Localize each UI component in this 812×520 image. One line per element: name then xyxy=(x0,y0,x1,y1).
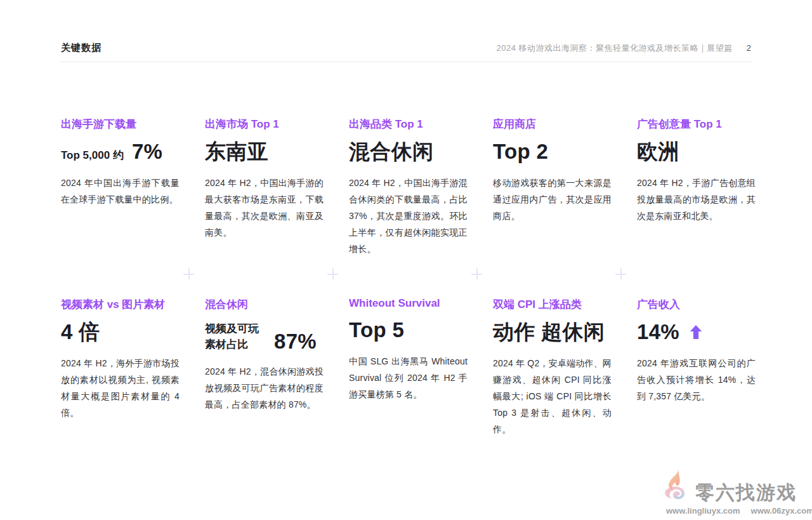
stat-card-downloads: 出海手游下载量 Top 5,000 约 7% 2024 年中国出海手游下载量在全… xyxy=(61,117,180,257)
card-body: 2024 年 H2，海外手游市场投放的素材以视频为主, 视频素材量大概是图片素材… xyxy=(61,355,180,421)
card-headline: Top 5,000 约 7% xyxy=(61,141,180,164)
card-headline: 动作 超休闲 xyxy=(493,321,612,344)
report-subtitle: 2024 移动游戏出海洞察：聚焦轻量化游戏及增长策略｜展望篇 xyxy=(497,43,733,54)
card-body: 2024 年 H2，手游广告创意组投放量最高的市场是欧洲，其次是东南亚和北美。 xyxy=(637,175,756,224)
card-label: 视频素材 vs 图片素材 xyxy=(61,297,180,312)
headline-value: 87% xyxy=(274,331,317,353)
headline-value: Top 5 xyxy=(349,319,404,342)
divider-cross-icon xyxy=(471,269,482,279)
stat-card-top-market: 出海市场 Top 1 东南亚 2024 年 H2，中国出海手游的最大获客市场是东… xyxy=(205,117,324,257)
headline-value: 动作 超休闲 xyxy=(493,321,605,343)
card-body: 2024 年 Q2，安卓端动作、网赚游戏、超休闲 CPI 同比涨幅最大; iOS… xyxy=(493,355,612,437)
card-body: 2024 年游戏互联网公司的广告收入预计将增长 14%，达到 7,357 亿美元… xyxy=(637,355,756,404)
card-headline: 混合休闲 xyxy=(349,141,468,164)
card-label: 出海手游下载量 xyxy=(61,117,180,131)
headline-value: 7% xyxy=(132,141,162,163)
card-body: 中国 SLG 出海黑马 Whiteout Survival 位列 2024 年 … xyxy=(349,353,468,403)
watermark-urls: www.lingliuyx.com www.06zyx.com xyxy=(658,506,799,516)
card-body: 2024 年中国出海手游下载量在全球手游下载量中的比例。 xyxy=(61,175,180,208)
card-headline: 视频及可玩 素材占比 87% xyxy=(205,321,324,352)
card-label: 出海品类 Top 1 xyxy=(349,117,468,131)
card-label: Whiteout Survival xyxy=(349,297,468,310)
card-headline: 欧洲 xyxy=(637,141,756,164)
headline-value: 14% xyxy=(637,321,679,343)
headline-prefix: 视频及可玩 素材占比 xyxy=(205,321,259,352)
divider-cross-icon xyxy=(327,269,338,279)
headline-value: 欧洲 xyxy=(637,141,679,163)
stat-card-cpi-rise: 双端 CPI 上涨品类 动作 超休闲 2024 年 Q2，安卓端动作、网赚游戏、… xyxy=(493,297,612,437)
site-watermark: 零六找游戏 www.lingliuyx.com www.06zyx.com xyxy=(658,467,799,516)
card-label: 出海市场 Top 1 xyxy=(205,117,324,131)
card-headline: Top 2 xyxy=(493,141,612,164)
watermark-url-2: www.06zyx.com xyxy=(751,506,812,516)
page-number: 2 xyxy=(747,43,751,53)
card-headline: Top 5 xyxy=(349,319,468,342)
divider-cross-icon xyxy=(183,269,194,279)
watermark-brand-text: 零六找游戏 xyxy=(695,482,797,505)
stat-card-top-genre: 出海品类 Top 1 混合休闲 2024 年 H2，中国出海手游混合休闲类的下载… xyxy=(349,117,468,257)
card-headline: 东南亚 xyxy=(205,141,324,164)
card-body: 2024 年 H2，中国出海手游的最大获客市场是东南亚，下载量最高，其次是欧洲、… xyxy=(205,175,324,241)
header-right: 2024 移动游戏出海洞察：聚焦轻量化游戏及增长策略｜展望篇 2 xyxy=(497,43,752,54)
stat-card-video-vs-image: 视频素材 vs 图片素材 4 倍 2024 年 H2，海外手游市场投放的素材以视… xyxy=(61,297,180,437)
card-body: 2024 年 H2，混合休闲游戏投放视频及可玩广告素材的程度最高，占全部素材的 … xyxy=(205,363,324,413)
stat-card-whiteout-survival: Whiteout Survival Top 5 中国 SLG 出海黑马 Whit… xyxy=(349,297,468,437)
stat-row-2: 视频素材 vs 图片素材 4 倍 2024 年 H2，海外手游市场投放的素材以视… xyxy=(61,297,756,437)
increase-arrow-icon xyxy=(689,324,703,342)
card-label: 混合休闲 xyxy=(205,297,324,312)
page-header: 关键数据 2024 移动游戏出海洞察：聚焦轻量化游戏及增长策略｜展望篇 2 xyxy=(61,42,751,62)
headline-prefix: Top 5,000 约 xyxy=(61,148,124,164)
card-headline: 14% xyxy=(637,321,756,344)
card-label: 广告创意量 Top 1 xyxy=(637,117,756,131)
watermark-top: 零六找游戏 xyxy=(658,467,799,505)
stat-card-ad-revenue: 广告收入 14% 2024 年游戏互联网公司的广告收入预计将增长 14%，达到 … xyxy=(637,297,756,437)
headline-value: 4 倍 xyxy=(61,321,100,343)
card-label: 广告收入 xyxy=(637,297,756,312)
card-headline: 4 倍 xyxy=(61,321,180,344)
page-title: 关键数据 xyxy=(61,42,102,54)
card-body: 移动游戏获客的第一大来源是通过应用内广告，其次是应用商店。 xyxy=(493,175,612,224)
card-label: 双端 CPI 上涨品类 xyxy=(493,297,612,312)
stat-card-hybrid-casual-materials: 混合休闲 视频及可玩 素材占比 87% 2024 年 H2，混合休闲游戏投放视频… xyxy=(205,297,324,437)
flame-swirl-logo-icon xyxy=(658,467,693,505)
headline-value: 东南亚 xyxy=(205,141,268,163)
divider-cross-icon xyxy=(615,269,626,279)
stat-card-ad-creatives: 广告创意量 Top 1 欧洲 2024 年 H2，手游广告创意组投放量最高的市场… xyxy=(637,117,756,257)
stat-row-1: 出海手游下载量 Top 5,000 约 7% 2024 年中国出海手游下载量在全… xyxy=(61,117,756,257)
card-label: 应用商店 xyxy=(493,117,612,131)
headline-value: 混合休闲 xyxy=(349,141,433,163)
card-body: 2024 年 H2，中国出海手游混合休闲类的下载量最高，占比 37%，其次是重度… xyxy=(349,175,468,257)
stat-card-app-store: 应用商店 Top 2 移动游戏获客的第一大来源是通过应用内广告，其次是应用商店。 xyxy=(493,117,612,257)
watermark-url-1: www.lingliuyx.com xyxy=(666,506,740,516)
headline-value: Top 2 xyxy=(493,141,548,163)
report-page: 关键数据 2024 移动游戏出海洞察：聚焦轻量化游戏及增长策略｜展望篇 2 出海… xyxy=(0,0,812,520)
